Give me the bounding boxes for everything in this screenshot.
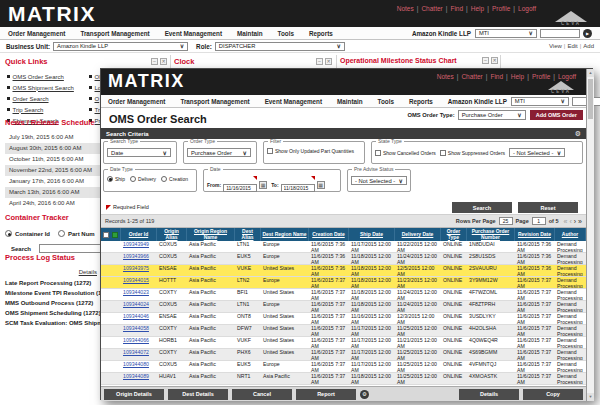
column-header-origin-region-name[interactable]: Origin Region Name (187, 228, 235, 241)
state-type-select[interactable]: - Not Selected -∨ (509, 148, 565, 157)
column-header-creation-date[interactable]: Creation Date (309, 228, 349, 241)
pagination-first-icon[interactable] (564, 218, 568, 225)
column-header-revision-date[interactable]: Revision Date (515, 228, 555, 241)
menu-item-tools[interactable]: Tools (378, 98, 394, 105)
button-cancel[interactable]: Cancel (232, 389, 292, 400)
calendar-icon[interactable] (317, 181, 325, 189)
topbar-link-logoff[interactable]: Logoff (558, 73, 576, 80)
topbar-link-profile[interactable]: Profile (532, 73, 550, 80)
table-row[interactable]: 109344080COXU5Asia PacificEUK5Europe11/6… (101, 361, 586, 373)
column-header-order-id[interactable]: Order Id (121, 228, 157, 241)
suppressed-orders-checkbox[interactable] (440, 150, 446, 156)
scroll-down-icon[interactable] (587, 393, 594, 401)
button-dest-details[interactable]: Dest Details (168, 389, 228, 400)
settings-gear-icon[interactable] (575, 130, 581, 137)
calendar-icon[interactable] (259, 181, 267, 189)
minimize-icon[interactable] (482, 57, 489, 64)
table-row[interactable]: 109344066HORB1Asia PacificVUKFUnited Sta… (101, 337, 586, 349)
topbar-link-chatter[interactable]: Chatter (421, 5, 442, 12)
date-from-input[interactable] (223, 184, 257, 192)
close-icon[interactable] (491, 57, 498, 64)
order-id-link[interactable]: 109344023 (121, 289, 157, 300)
quick-link-trip-search[interactable]: Trip Search (5, 104, 87, 115)
column-header-origin-alias[interactable]: Origin Alias (157, 228, 187, 241)
search-button[interactable]: Search (452, 202, 512, 213)
rows-per-page-input[interactable] (499, 217, 513, 225)
column-header-ship-date[interactable]: Ship Date (349, 228, 395, 241)
close-icon[interactable] (160, 58, 167, 65)
link-view[interactable]: View (549, 43, 562, 49)
order-id-link[interactable]: 109344058 (121, 325, 157, 336)
table-row[interactable]: 109344058COXTYAsia PacificDFW7United Sta… (101, 325, 586, 337)
pagination-prev-icon[interactable] (569, 218, 571, 225)
menu-item-reports[interactable]: Reports (409, 98, 433, 105)
topbar-link-find[interactable]: Find (450, 5, 463, 12)
account-select[interactable]: MTI∨ (475, 29, 537, 38)
account-select[interactable]: MTI∨ (511, 97, 569, 106)
menu-item-tools[interactable]: Tools (278, 30, 294, 37)
select-all-checkbox[interactable] (103, 232, 109, 238)
order-id-link[interactable]: 109343949 (121, 241, 157, 252)
pre-advise-select[interactable]: - Not Selected -∨ (351, 176, 407, 185)
date-type-radio-ship[interactable] (107, 176, 113, 182)
column-header-author[interactable]: Author (555, 228, 586, 241)
button-report[interactable]: Report (296, 389, 356, 400)
pagination-next-icon[interactable] (574, 218, 576, 225)
minimize-icon[interactable] (151, 58, 158, 65)
scroll-thumb[interactable] (588, 79, 593, 119)
role-select[interactable]: DISPATCHER∨ (215, 42, 345, 51)
order-id-link[interactable]: 109344015 (121, 277, 157, 288)
tracker-search-input[interactable] (39, 244, 107, 253)
expand-all-icon[interactable] (112, 232, 118, 238)
menu-item-transport-management[interactable]: Transport Management (80, 30, 149, 37)
table-row[interactable]: 109343966COXU5Asia PacificEUK5Europe11/6… (101, 253, 586, 265)
menu-item-event-management[interactable]: Event Management (165, 30, 222, 37)
order-id-link[interactable]: 109343975 (121, 265, 157, 276)
table-row[interactable]: 109344089HUAV1Asia PacificNRT1Asia Pacif… (101, 373, 586, 385)
oms-order-type-select[interactable]: Purchase Order∨ (458, 110, 526, 120)
date-to-input[interactable] (281, 184, 315, 192)
topbar-link-find[interactable]: Find (490, 73, 503, 80)
topbar-link-notes[interactable]: Notes (397, 5, 414, 12)
topbar-link-logoff[interactable]: Logoff (518, 5, 536, 12)
date-type-radio-creation[interactable] (161, 176, 167, 182)
column-header-purchase-order-number[interactable]: Purchase Order Number (467, 228, 515, 241)
quick-link-oms-order-search[interactable]: OMS Order Search (5, 71, 87, 82)
go-button[interactable] (583, 29, 592, 38)
scroll-up-icon[interactable] (587, 69, 594, 77)
order-type-select[interactable]: Purchase Order∨ (187, 148, 251, 157)
quick-link-order-search[interactable]: Order Search (5, 93, 87, 104)
table-row[interactable]: 109344024COXU5Asia PacificLTN1Europe11/6… (101, 301, 586, 313)
date-type-radio-delivery[interactable] (130, 176, 136, 182)
menu-item-event-management[interactable]: Event Management (265, 98, 322, 105)
quick-link-oms-shipment-search[interactable]: OMS Shipment Search (5, 82, 87, 93)
report-settings-icon[interactable] (360, 390, 369, 399)
search-type-select[interactable]: Date∨ (107, 148, 171, 157)
link-add[interactable]: Add (583, 43, 594, 49)
close-icon[interactable] (325, 58, 332, 65)
container-id-radio[interactable] (5, 230, 12, 237)
menu-item-maintain[interactable]: Maintain (237, 30, 263, 37)
column-header-dest-region-name[interactable]: Dest Region Name (261, 228, 309, 241)
button-origin-details[interactable]: Origin Details (104, 389, 164, 400)
order-id-link[interactable]: 109344072 (121, 349, 157, 360)
table-row[interactable]: 109343949COXU5Asia PacificLTN1Europe11/6… (101, 241, 586, 253)
process-log-details-link[interactable]: Details (5, 269, 97, 275)
button-copy[interactable]: Copy (523, 389, 583, 400)
button-details[interactable]: Details (459, 389, 519, 400)
reset-button[interactable]: Reset (518, 202, 578, 213)
column-header-dest-alias[interactable]: Dest Alias (235, 228, 261, 241)
table-row[interactable]: 109344046ENSAEAsia PacificONT8United Sta… (101, 313, 586, 325)
column-header-delivery-date[interactable]: Delivery Date (395, 228, 441, 241)
add-oms-order-button[interactable]: Add OMS Order (530, 110, 583, 120)
topbar-link-chatter[interactable]: Chatter (461, 73, 482, 80)
pagination-last-icon[interactable] (578, 218, 582, 225)
order-id-link[interactable]: 109344066 (121, 337, 157, 348)
table-row[interactable]: 109344015HOTTTAsia PacificLTN2Europe11/6… (101, 277, 586, 289)
topbar-link-profile[interactable]: Profile (492, 5, 510, 12)
order-id-link[interactable]: 109344089 (121, 373, 157, 384)
cancelled-orders-checkbox[interactable] (375, 150, 381, 156)
column-header-order-type[interactable]: Order Type (441, 228, 467, 241)
menu-item-order-management[interactable]: Order Management (8, 30, 65, 37)
business-unit-select[interactable]: Amazon Kindle LLP∨ (53, 42, 188, 51)
